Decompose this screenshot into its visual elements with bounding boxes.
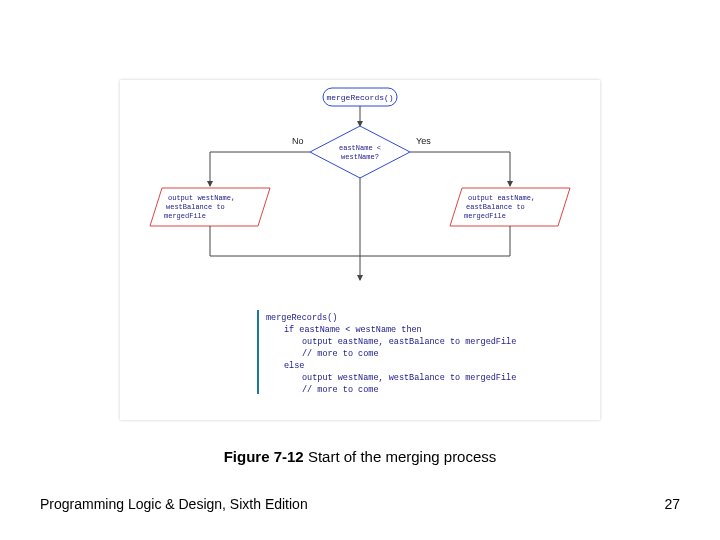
diagram-panel: mergeRecords() eastName < westName? No Y… (120, 80, 600, 420)
output-west-l2: westBalance to (166, 203, 225, 211)
footer-text: Programming Logic & Design, Sixth Editio… (40, 496, 308, 512)
yes-label: Yes (416, 136, 431, 146)
pseudo-l7: // more to come (302, 385, 379, 395)
svg-marker-1 (310, 126, 410, 178)
figure-caption: Figure 7-12 Start of the merging process (0, 448, 720, 465)
slide: mergeRecords() eastName < westName? No Y… (0, 0, 720, 540)
flowchart-svg: mergeRecords() eastName < westName? No Y… (120, 80, 600, 420)
output-east: output eastName, eastBalance to mergedFi… (450, 188, 570, 226)
output-west: output westName, westBalance to mergedFi… (150, 188, 270, 226)
terminal-label: mergeRecords() (326, 93, 393, 102)
figure-number: Figure 7-12 (224, 448, 304, 465)
pseudocode: mergeRecords() if eastName < westName th… (266, 313, 516, 395)
decision-line2: westName? (341, 153, 379, 161)
page-number: 27 (664, 496, 680, 512)
output-east-l2: eastBalance to (466, 203, 525, 211)
figure-title: Start of the merging process (304, 448, 497, 465)
pseudo-l3: output eastName, eastBalance to mergedFi… (302, 337, 516, 347)
output-west-l1: output westName, (168, 194, 235, 202)
pseudo-l1: mergeRecords() (266, 313, 337, 323)
output-west-l3: mergedFile (164, 212, 206, 220)
terminal-start: mergeRecords() (323, 88, 397, 106)
decision: eastName < westName? (310, 126, 410, 178)
output-east-l3: mergedFile (464, 212, 506, 220)
pseudo-l5: else (284, 361, 304, 371)
output-east-l1: output eastName, (468, 194, 535, 202)
pseudo-l6: output westName, westBalance to mergedFi… (302, 373, 516, 383)
pseudo-l4: // more to come (302, 349, 379, 359)
decision-line1: eastName < (339, 144, 381, 152)
no-label: No (292, 136, 304, 146)
pseudo-l2: if eastName < westName then (284, 325, 422, 335)
